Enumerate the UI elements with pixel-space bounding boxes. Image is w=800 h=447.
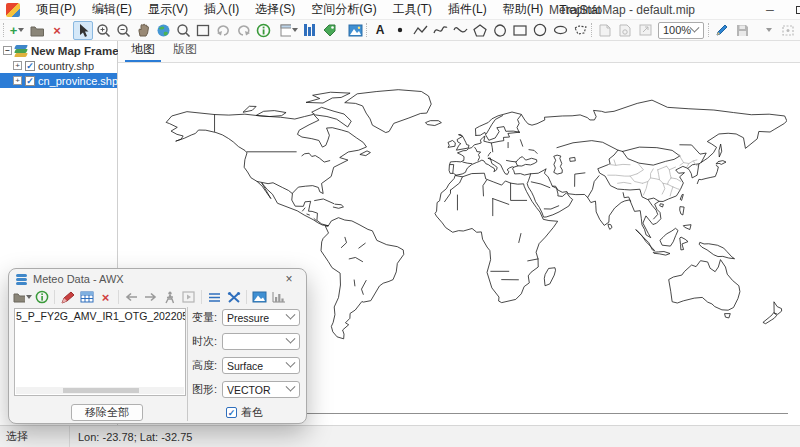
status-mode: 选择: [0, 426, 70, 447]
data-table-icon[interactable]: [77, 288, 96, 306]
status-bar: 选择 Lon: -23.78; Lat: -32.75: [0, 425, 800, 447]
draw-point-icon[interactable]: [390, 21, 410, 40]
graphic-combo[interactable]: VECTOR: [222, 381, 300, 398]
app-window: 项目(P) 编辑(E) 显示(V) 插入(I) 选择(S) 空间分析(G) 工具…: [0, 0, 800, 447]
menu-insert[interactable]: 插入(I): [196, 0, 247, 20]
identify-icon[interactable]: [253, 21, 273, 40]
animate-icon[interactable]: [160, 288, 179, 306]
level-combo[interactable]: Surface: [222, 357, 300, 374]
chevron-down-icon: [286, 382, 296, 392]
layer-checkbox[interactable]: ✓: [25, 76, 35, 86]
dataset-layers-icon: [16, 274, 27, 285]
menu-help[interactable]: 帮助(H): [495, 0, 552, 20]
move-feature-icon[interactable]: [778, 21, 798, 40]
draw-curved-polygon-icon[interactable]: [490, 21, 510, 40]
export-document-icon[interactable]: [595, 21, 615, 40]
menu-spatial-analysis[interactable]: 空间分析(G): [303, 0, 384, 20]
next-time-icon[interactable]: [141, 288, 160, 306]
draw-polygon-icon[interactable]: [470, 21, 490, 40]
zoom-level-combo[interactable]: 100%: [658, 22, 704, 39]
settings-tools-icon[interactable]: [224, 288, 243, 306]
menu-view[interactable]: 显示(V): [140, 0, 196, 20]
minimize-button[interactable]: ─: [755, 0, 785, 20]
print-preview-icon[interactable]: [635, 21, 655, 40]
level-value: Surface: [223, 360, 287, 372]
variable-label: 变量:: [192, 310, 222, 325]
zoom-to-layer-icon[interactable]: [173, 21, 193, 40]
draw-data-icon[interactable]: [58, 288, 77, 306]
draw-freehand-icon[interactable]: [430, 21, 450, 40]
scrollbar-thumb[interactable]: [63, 388, 139, 393]
pan-tool-icon[interactable]: [133, 21, 153, 40]
edit-tool-dropdown-icon[interactable]: [758, 21, 778, 40]
select-tool-icon[interactable]: [73, 21, 93, 40]
draw-free-polygon-icon[interactable]: [570, 21, 590, 40]
tab-map[interactable]: 地图: [122, 38, 164, 62]
layer-checkbox[interactable]: ✓: [25, 61, 35, 71]
status-coordinates: Lon: -23.78; Lat: -32.75: [70, 431, 192, 443]
chevron-down-icon: [690, 22, 700, 32]
data-info-icon[interactable]: [32, 288, 51, 306]
save-edits-icon[interactable]: [732, 21, 752, 40]
maximize-button[interactable]: [785, 0, 800, 20]
zoom-in-tool-icon[interactable]: [93, 21, 113, 40]
time-row: 时次:: [192, 333, 300, 350]
graphic-label: 图形:: [192, 382, 222, 397]
expand-icon[interactable]: +: [13, 61, 22, 70]
dataset-list-icon[interactable]: [205, 288, 224, 306]
layer-node-cn-province[interactable]: + ✓ cn_province.shp: [0, 73, 117, 88]
expand-icon[interactable]: +: [13, 76, 22, 85]
new-layout-icon[interactable]: [279, 21, 299, 40]
time-combo[interactable]: [222, 333, 300, 350]
dialog-close-icon[interactable]: ×: [276, 272, 302, 286]
previous-time-icon[interactable]: [122, 288, 141, 306]
stop-animation-icon[interactable]: [179, 288, 198, 306]
redo-icon[interactable]: [233, 21, 253, 40]
open-file-icon[interactable]: [27, 21, 47, 40]
menu-tools[interactable]: 工具(T): [385, 0, 440, 20]
remove-all-button[interactable]: 移除全部: [71, 404, 143, 421]
draw-curve-icon[interactable]: [450, 21, 470, 40]
time-label: 时次:: [192, 334, 222, 349]
draw-ellipse-icon[interactable]: [550, 21, 570, 40]
app-logo-icon: [6, 3, 20, 17]
clear-data-icon[interactable]: ×: [96, 288, 115, 306]
label-tag-icon[interactable]: [319, 21, 339, 40]
insert-image-icon[interactable]: [345, 21, 365, 40]
map-frame-node[interactable]: − New Map Frame: [0, 43, 117, 58]
dialog-titlebar[interactable]: Meteo Data - AWX ×: [9, 269, 306, 287]
meteo-data-dialog[interactable]: Meteo Data - AWX × ×: [8, 268, 307, 424]
menu-project[interactable]: 项目(P): [28, 0, 84, 20]
variable-combo[interactable]: Pressure: [222, 309, 300, 326]
image-view-icon[interactable]: [250, 288, 269, 306]
menu-selection[interactable]: 选择(S): [247, 0, 303, 20]
map-properties-icon[interactable]: [299, 21, 319, 40]
remove-layer-icon[interactable]: ×: [47, 21, 67, 40]
data-file-list[interactable]: 5_P_FY2G_AMV_IR1_OTG_20220520_0530.AWX: [14, 308, 186, 396]
report-document-icon[interactable]: [615, 21, 635, 40]
histogram-view-icon[interactable]: [269, 288, 288, 306]
zoom-out-tool-icon[interactable]: [113, 21, 133, 40]
tab-layout[interactable]: 版图: [164, 38, 206, 62]
draw-rectangle-icon[interactable]: [510, 21, 530, 40]
draw-text-icon[interactable]: A: [370, 21, 390, 40]
open-data-icon[interactable]: [13, 288, 32, 306]
draw-polyline-icon[interactable]: [410, 21, 430, 40]
toolbar-grip: [3, 23, 4, 37]
colored-checkbox[interactable]: ✓: [226, 407, 237, 418]
layer-node-country[interactable]: + ✓ country.shp: [0, 58, 117, 73]
add-layer-button[interactable]: +: [7, 21, 27, 40]
undo-icon[interactable]: [213, 21, 233, 40]
collapse-icon[interactable]: −: [3, 46, 12, 55]
full-extent-globe-icon[interactable]: [153, 21, 173, 40]
select-rectangle-icon[interactable]: [193, 21, 213, 40]
horizontal-scrollbar[interactable]: [16, 387, 184, 394]
draw-circle-icon[interactable]: [530, 21, 550, 40]
menu-edit[interactable]: 编辑(E): [84, 0, 140, 20]
zoom-level-value: 100%: [659, 24, 691, 36]
graphic-value: VECTOR: [223, 384, 287, 396]
edit-features-icon[interactable]: [712, 21, 732, 40]
data-file-item[interactable]: 5_P_FY2G_AMV_IR1_OTG_20220520_0530.AWX: [15, 309, 185, 322]
menu-plugins[interactable]: 插件(L): [440, 0, 495, 20]
chevron-down-icon: [286, 358, 296, 368]
